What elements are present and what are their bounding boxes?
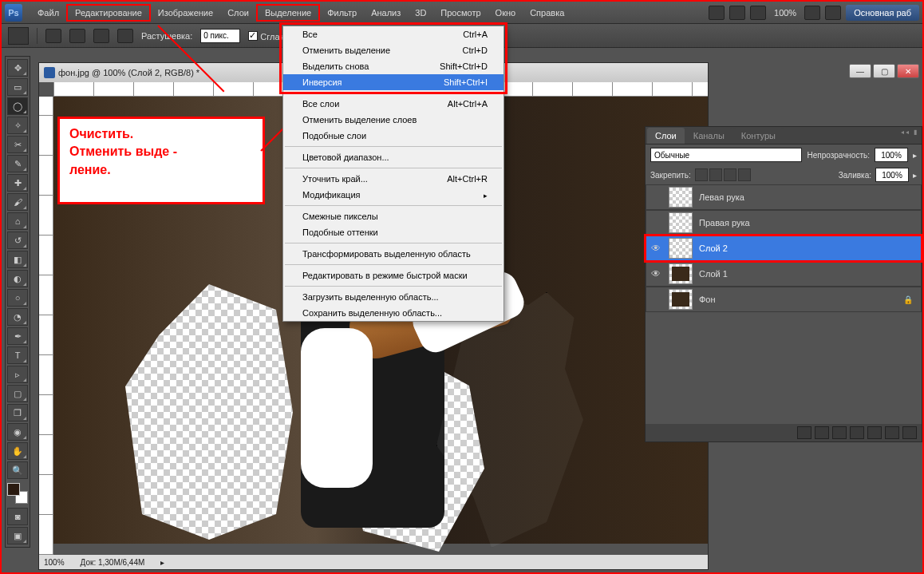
panel-grip-icon[interactable]: ◂◂ ▮	[901, 129, 918, 136]
menu-help[interactable]: Справка	[523, 6, 571, 20]
zoom-display[interactable]: 100%	[771, 8, 800, 18]
group-icon[interactable]	[867, 426, 882, 439]
menu-item-инверсия[interactable]: ИнверсияShift+Ctrl+I	[283, 74, 503, 90]
layer-thumbnail[interactable]	[669, 187, 693, 208]
layer-name[interactable]: Слой 1	[696, 269, 921, 279]
menu-file[interactable]: Файл	[30, 6, 66, 20]
ruler-vertical[interactable]	[39, 97, 53, 555]
view-extras-icon[interactable]	[750, 6, 766, 20]
selection-subtract-icon[interactable]	[93, 29, 109, 43]
path-tool[interactable]: ▹	[7, 366, 28, 383]
feather-input[interactable]	[200, 29, 240, 43]
layer-name[interactable]: Слой 2	[696, 243, 921, 253]
eyedropper-tool[interactable]: ✎	[7, 155, 28, 172]
menu-edit[interactable]: Редактирование	[66, 4, 151, 22]
minimize-button[interactable]: —	[849, 64, 871, 78]
history-brush-tool[interactable]: ↺	[7, 232, 28, 249]
menu-3d[interactable]: 3D	[408, 6, 433, 20]
menu-item-трансформироватьвыделеннуюобласть[interactable]: Трансформировать выделенную область	[283, 246, 503, 262]
screenmode-tool[interactable]: ▣	[7, 527, 28, 544]
tab-paths[interactable]: Контуры	[733, 128, 784, 144]
lock-pixels-icon[interactable]	[709, 168, 722, 181]
lock-transparency-icon[interactable]	[695, 168, 708, 181]
workspace-button[interactable]: Основная раб	[846, 5, 919, 21]
menu-item-подобныеоттенки[interactable]: Подобные оттенки	[283, 224, 503, 240]
layer-name[interactable]: Левая рука	[696, 192, 921, 202]
menu-item-отменитьвыделениеслоев[interactable]: Отменить выделение слоев	[283, 112, 503, 128]
maximize-button[interactable]: ▢	[873, 64, 895, 78]
wand-tool[interactable]: ✧	[7, 117, 28, 134]
menu-item-смежныепикселы[interactable]: Смежные пикселы	[283, 208, 503, 224]
menu-layers[interactable]: Слои	[220, 6, 256, 20]
chevron-right-icon[interactable]: ▸	[913, 151, 917, 160]
status-zoom[interactable]: 100%	[44, 558, 65, 567]
menu-item-уточнитькрай[interactable]: Уточнить край...Alt+Ctrl+R	[283, 171, 503, 187]
menu-item-выделитьснова[interactable]: Выделить сноваShift+Ctrl+D	[283, 58, 503, 74]
selection-new-icon[interactable]	[45, 29, 61, 43]
hand-tool[interactable]: ✋	[7, 442, 28, 460]
zoom-tool[interactable]: 🔍	[7, 461, 28, 479]
brush-tool[interactable]: 🖌	[7, 193, 28, 211]
layer-row[interactable]: 👁Слой 2	[646, 236, 922, 261]
gradient-tool[interactable]: ◐	[7, 270, 28, 287]
mb-icon[interactable]	[729, 6, 745, 20]
visibility-eye-icon[interactable]: 👁	[646, 268, 665, 279]
layer-thumbnail[interactable]	[669, 289, 693, 310]
menu-item-подобныеслои[interactable]: Подобные слои	[283, 128, 503, 144]
close-button[interactable]: ✕	[897, 64, 919, 78]
layer-thumbnail[interactable]	[669, 212, 693, 233]
menu-item-все[interactable]: ВсеCtrl+A	[283, 26, 503, 42]
lock-position-icon[interactable]	[724, 168, 736, 181]
layer-name[interactable]: Правая рука	[696, 218, 921, 228]
adjustment-icon[interactable]	[850, 426, 864, 439]
chevron-right-icon[interactable]: ▸	[913, 171, 917, 180]
tab-channels[interactable]: Каналы	[685, 128, 732, 144]
layer-row[interactable]: Фон🔒	[646, 287, 922, 312]
menu-item-загрузитьвыделеннуюобласть[interactable]: Загрузить выделенную область...	[283, 289, 503, 305]
3d-tool[interactable]: ❒	[7, 404, 28, 422]
stamp-tool[interactable]: ⌂	[7, 212, 28, 230]
menu-window[interactable]: Окно	[488, 6, 523, 20]
tab-layers[interactable]: Слои	[647, 128, 685, 144]
selection-add-icon[interactable]	[69, 29, 85, 43]
visibility-eye-icon[interactable]: 👁	[646, 243, 665, 254]
layer-row[interactable]: 👁Слой 1	[646, 261, 922, 287]
menu-item-отменитьвыделение[interactable]: Отменить выделениеCtrl+D	[283, 42, 503, 58]
color-swatches[interactable]	[7, 483, 28, 504]
arrange-icon[interactable]	[804, 6, 820, 20]
menu-item-модификация[interactable]: Модификация	[283, 187, 503, 203]
dodge-tool[interactable]: ◔	[7, 308, 28, 326]
link-layers-icon[interactable]	[797, 426, 811, 439]
heal-tool[interactable]: ✚	[7, 174, 28, 192]
current-tool-icon[interactable]	[8, 27, 29, 45]
quickmask-tool[interactable]: ◙	[7, 508, 28, 525]
pen-tool[interactable]: ✒	[7, 327, 28, 345]
menu-analysis[interactable]: Анализ	[364, 6, 408, 20]
layer-name[interactable]: Фон	[696, 295, 903, 304]
fill-input[interactable]	[875, 168, 909, 182]
status-docsize[interactable]: Док: 1,30M/6,44M	[81, 558, 145, 567]
mask-icon[interactable]	[832, 426, 847, 439]
layer-thumbnail[interactable]	[669, 238, 693, 259]
shape-tool[interactable]: ▢	[7, 385, 28, 402]
bridge-icon[interactable]	[709, 6, 725, 20]
layer-row[interactable]: Левая рука	[646, 184, 922, 210]
opacity-input[interactable]	[875, 148, 908, 162]
screen-mode-icon[interactable]	[825, 6, 841, 20]
menu-item-цветовойдиапазон[interactable]: Цветовой диапазон...	[283, 149, 503, 165]
selection-intersect-icon[interactable]	[117, 29, 133, 43]
lock-all-icon[interactable]	[738, 168, 751, 181]
fx-icon[interactable]	[815, 426, 829, 439]
new-layer-icon[interactable]	[885, 426, 899, 439]
type-tool[interactable]: T	[7, 346, 28, 364]
menu-item-редактироватьврежимебыстроймаски[interactable]: Редактировать в режиме быстрой маски	[283, 267, 503, 283]
marquee-tool[interactable]: ▭	[7, 78, 28, 96]
menu-item-сохранитьвыделеннуюобласть[interactable]: Сохранить выделенную область...	[283, 305, 503, 321]
menu-image[interactable]: Изображение	[151, 6, 220, 20]
3d-camera-tool[interactable]: ◉	[7, 423, 28, 441]
chevron-right-icon[interactable]: ▸	[160, 558, 164, 567]
eraser-tool[interactable]: ◧	[7, 251, 28, 268]
layer-thumbnail[interactable]	[669, 263, 693, 284]
menu-select[interactable]: Выделение	[256, 4, 320, 22]
menu-filter[interactable]: Фильтр	[320, 6, 364, 20]
